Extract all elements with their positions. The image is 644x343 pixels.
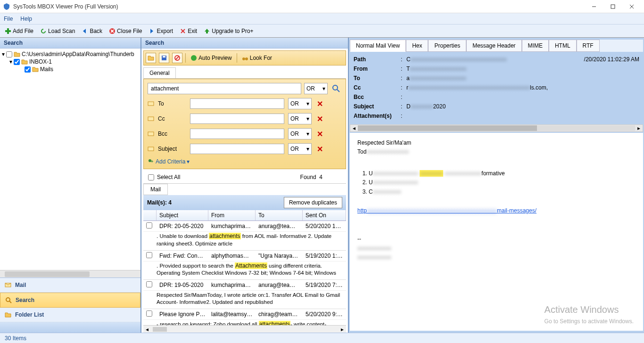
col-checkbox[interactable]: [143, 210, 157, 220]
tree-inbox-checkbox[interactable]: [14, 59, 20, 65]
look-for-button[interactable]: Look For: [240, 54, 274, 62]
tab-hex[interactable]: Hex: [406, 40, 428, 52]
folder-icon: [14, 51, 20, 57]
body-link[interactable]: httpxxxxxxxxxxxxxxxxxxxxxxxxxxxxxxxxxxxx…: [357, 206, 636, 215]
menu-bar: File Help: [0, 13, 644, 24]
clear-button[interactable]: [172, 53, 182, 63]
add-file-button[interactable]: Add File: [3, 27, 35, 35]
remove-bcc-button[interactable]: ✕: [315, 130, 324, 139]
remove-subject-button[interactable]: ✕: [315, 145, 324, 154]
result-checkbox[interactable]: [146, 281, 152, 287]
operator-select[interactable]: OR▾: [304, 83, 328, 94]
load-scan-button[interactable]: Load Scan: [38, 27, 77, 35]
open-button[interactable]: [146, 53, 156, 63]
result-row[interactable]: Please Ignore Pr... lalita@teamsysto... …: [143, 309, 346, 320]
col-subject[interactable]: Subject: [157, 210, 208, 220]
nav-folder-list[interactable]: Folder List: [0, 308, 140, 322]
svg-line-13: [9, 301, 11, 303]
bcc-op-select[interactable]: OR▾: [288, 128, 312, 139]
result-sent: 5/20/2020 11:02...: [303, 221, 346, 231]
mail-tab[interactable]: Mail: [143, 184, 168, 195]
scroll-right-icon[interactable]: ▸: [339, 326, 346, 333]
subject-op-select[interactable]: OR▾: [288, 143, 312, 155]
collapse-icon[interactable]: ▾: [9, 58, 12, 65]
tree-root[interactable]: ▾ C:\Users\admin\AppData\Roaming\Thunder…: [2, 50, 139, 58]
results-list[interactable]: DPR: 20-05-2020 kumchapriman@... anurag@…: [143, 221, 346, 325]
remove-to-button[interactable]: ✕: [315, 99, 324, 108]
menu-file[interactable]: File: [4, 16, 13, 22]
scroll-thumb[interactable]: [153, 327, 167, 332]
auto-preview-toggle[interactable]: Auto Preview: [189, 54, 234, 62]
remove-cc-button[interactable]: ✕: [315, 114, 324, 123]
criteria-cc: Cc OR▾ ✕: [148, 113, 342, 124]
select-all-checkbox[interactable]: [148, 174, 154, 180]
add-criteria-button[interactable]: Add Criteria ▾: [148, 158, 342, 165]
mail-body[interactable]: Respected Sir/Ma'am Todxxxxxxxxxxxxxxx U…: [350, 133, 643, 331]
collapse-icon[interactable]: ▾: [2, 51, 5, 57]
tree-root-checkbox[interactable]: [6, 51, 12, 57]
tab-mime[interactable]: MIME: [522, 40, 549, 52]
subject-input[interactable]: [190, 144, 284, 154]
app-icon: [3, 3, 10, 10]
body-hscroll[interactable]: ◂ ▸: [350, 124, 643, 132]
tab-properties[interactable]: Properties: [428, 40, 466, 52]
tree-mails[interactable]: Mails: [2, 65, 139, 73]
result-checkbox[interactable]: [146, 310, 152, 317]
tab-general[interactable]: General: [143, 67, 176, 78]
col-sent[interactable]: Sent On: [303, 210, 346, 220]
middle-panel: Search Auto Preview Look For General: [141, 38, 349, 333]
exit-button[interactable]: Exit: [178, 27, 199, 35]
tab-message-header[interactable]: Message Header: [466, 40, 521, 52]
svg-rect-26: [148, 147, 154, 151]
cc-op-select[interactable]: OR▾: [288, 113, 312, 124]
svg-rect-23: [148, 102, 154, 106]
result-checkbox[interactable]: [146, 252, 152, 258]
to-op-select[interactable]: OR▾: [288, 98, 312, 109]
tab-normal-view[interactable]: Normal Mail View: [350, 40, 406, 52]
nav-search[interactable]: Search: [0, 293, 140, 308]
left-panel-header: Search: [0, 38, 140, 49]
tree-hscroll[interactable]: [0, 270, 140, 278]
save-button[interactable]: [159, 53, 169, 63]
result-row[interactable]: Fwd: Fwd: Congr... alphythomas@te... "Ug…: [143, 251, 346, 261]
scroll-left-icon[interactable]: ◂: [350, 125, 358, 131]
tree-inbox[interactable]: ▾ INBOX-1: [2, 58, 139, 65]
minimize-button[interactable]: [585, 1, 603, 12]
tree-mails-checkbox[interactable]: [25, 66, 31, 73]
bcc-input[interactable]: [190, 129, 284, 139]
scroll-right-icon[interactable]: ▸: [635, 125, 643, 131]
svg-point-21: [333, 85, 338, 90]
close-file-button[interactable]: Close File: [107, 27, 144, 35]
keyword-input[interactable]: [148, 83, 301, 94]
results-hscroll[interactable]: ◂ ▸: [143, 325, 346, 333]
cc-input[interactable]: [190, 114, 284, 124]
back-button[interactable]: Back: [80, 27, 104, 35]
close-button[interactable]: [622, 1, 641, 12]
windows-watermark: Activate Windows Go to Settings to activ…: [545, 302, 634, 326]
upgrade-button[interactable]: Upgrade to Pro+: [202, 27, 255, 35]
to-input[interactable]: [190, 98, 284, 109]
remove-duplicates-button[interactable]: Remove duplicates: [284, 197, 342, 208]
result-row[interactable]: DPR: 20-05-2020 kumchapriman@... anurag@…: [143, 221, 346, 232]
result-row[interactable]: DPR: 19-05-2020 kumchapriman@... anurag@…: [143, 280, 346, 291]
scroll-left-icon[interactable]: ◂: [143, 326, 151, 333]
tab-rtf[interactable]: RTF: [577, 40, 600, 52]
mail-icon: [148, 100, 154, 107]
export-button[interactable]: Export: [147, 27, 175, 35]
search-toolbar: Auto Preview Look For: [143, 50, 346, 65]
tab-html[interactable]: HTML: [549, 40, 577, 52]
search-button[interactable]: [330, 83, 342, 94]
toolbar: Add File Load Scan Back Close File Expor…: [0, 24, 644, 38]
search-tab-row: General: [143, 67, 346, 79]
chevron-down-icon: ▾: [306, 100, 309, 107]
maximize-button[interactable]: [603, 1, 622, 12]
col-from[interactable]: From: [208, 210, 256, 220]
result-checkbox[interactable]: [146, 222, 152, 229]
folder-tree[interactable]: ▾ C:\Users\admin\AppData\Roaming\Thunder…: [0, 49, 140, 270]
menu-help[interactable]: Help: [20, 16, 32, 22]
nav-mail[interactable]: Mail: [0, 278, 140, 293]
svg-point-20: [245, 57, 248, 60]
back-arrow-icon: [82, 28, 88, 34]
nav-bottom: Mail Search Folder List: [0, 278, 140, 333]
col-to[interactable]: To: [256, 210, 303, 220]
